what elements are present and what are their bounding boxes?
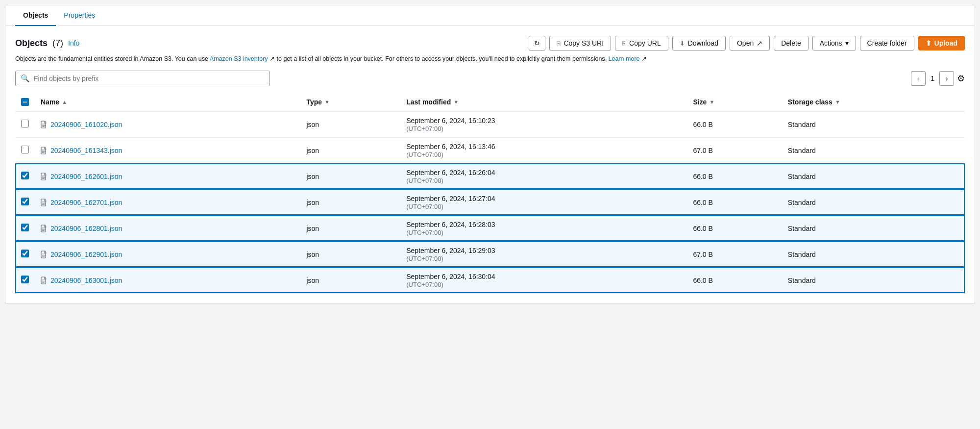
page-number: 1 [929,75,936,82]
type-cell: json [300,215,400,241]
file-icon [41,199,48,206]
size-sort-icon: ▼ [709,99,714,105]
row-checkbox[interactable] [21,146,29,153]
file-name-link[interactable]: 20240906_162601.json [50,173,122,180]
file-icon [41,277,48,284]
file-icon [41,251,48,258]
storage-class-cell: Standard [782,267,965,293]
copy-url-icon: ⎘ [622,40,626,47]
storage-class-cell: Standard [782,137,965,163]
select-all-header[interactable] [15,93,35,111]
svg-rect-9 [41,173,46,180]
storage-class-cell: Standard [782,241,965,267]
file-name-link[interactable]: 20240906_162801.json [50,225,122,232]
refresh-button[interactable]: ↻ [529,36,545,50]
inventory-link[interactable]: Amazon S3 inventory [210,55,268,62]
storage-class-cell: Standard [782,189,965,215]
prev-page-button[interactable]: ‹ [911,71,926,86]
next-page-button[interactable]: › [939,71,954,86]
size-cell: 66.0 B [687,163,782,189]
name-cell: 20240906_162701.json [35,189,300,215]
table-row: 20240906_161343.jsonjsonSeptember 6, 202… [15,137,965,163]
download-button[interactable]: ⬇ Download [672,36,726,50]
file-name-link[interactable]: 20240906_163001.json [50,277,122,284]
name-cell: 20240906_163001.json [35,267,300,293]
search-box: 🔍 [15,71,270,86]
objects-table: Name ▲ Type ▼ Last modified ▼ [15,93,965,294]
name-column-header[interactable]: Name ▲ [35,93,300,111]
table-row: 20240906_162701.jsonjsonSeptember 6, 202… [15,189,965,215]
table-row: 20240906_163001.jsonjsonSeptember 6, 202… [15,267,965,293]
svg-rect-0 [23,101,27,102]
size-cell: 66.0 B [687,215,782,241]
table-row: 20240906_161020.jsonjsonSeptember 6, 202… [15,111,965,138]
actions-button[interactable]: Actions ▾ [812,36,856,50]
svg-rect-13 [41,199,46,206]
table-row: 20240906_162801.jsonjsonSeptember 6, 202… [15,215,965,241]
row-checkbox[interactable] [21,224,29,231]
table-settings-button[interactable]: ⚙ [957,73,965,84]
row-checkbox[interactable] [21,198,29,205]
search-icon: 🔍 [21,74,30,83]
row-checkbox[interactable] [21,120,29,127]
toolbar-buttons: ↻ ⎘ Copy S3 URI ⎘ Copy URL ⬇ Download Op… [529,36,965,50]
type-sort-icon: ▼ [324,99,330,105]
content-area: Objects (7) Info ↻ ⎘ Copy S3 URI ⎘ Copy … [5,26,975,303]
type-cell: json [300,189,400,215]
search-input[interactable] [34,75,265,82]
file-name-link[interactable]: 20240906_161020.json [50,121,122,128]
size-column-header[interactable]: Size ▼ [687,93,782,111]
info-link[interactable]: Info [68,39,79,47]
svg-rect-5 [41,147,46,154]
name-cell: 20240906_161343.json [35,137,300,163]
type-cell: json [300,163,400,189]
copy-s3-uri-button[interactable]: ⎘ Copy S3 URI [549,36,611,50]
file-icon [41,225,48,232]
file-icon [41,173,48,180]
learn-more-link[interactable]: Learn more [609,55,640,62]
storage-class-sort-icon: ▼ [835,99,840,105]
external-link-icon: ↗ [757,39,762,47]
type-cell: json [300,137,400,163]
file-icon [41,121,48,128]
download-icon: ⬇ [680,40,685,47]
row-checkbox[interactable] [21,172,29,179]
last-modified-cell: September 6, 2024, 16:26:04(UTC+07:00) [400,163,687,189]
copy-s3-uri-icon: ⎘ [557,40,561,47]
storage-class-cell: Standard [782,215,965,241]
size-cell: 66.0 B [687,267,782,293]
svg-rect-1 [41,121,46,128]
storage-class-column-header[interactable]: Storage class ▼ [782,93,965,111]
last-modified-cell: September 6, 2024, 16:10:23(UTC+07:00) [400,111,687,138]
last-modified-column-header[interactable]: Last modified ▼ [400,93,687,111]
last-modified-cell: September 6, 2024, 16:28:03(UTC+07:00) [400,215,687,241]
refresh-icon: ↻ [534,39,540,47]
upload-button[interactable]: ⬆ Upload [918,36,965,50]
table-header-row: Name ▲ Type ▼ Last modified ▼ [15,93,965,111]
header-row: Objects (7) Info ↻ ⎘ Copy S3 URI ⎘ Copy … [15,36,965,50]
row-checkbox[interactable] [21,250,29,257]
size-cell: 66.0 B [687,189,782,215]
file-icon [41,147,48,154]
tab-objects[interactable]: Objects [15,5,56,26]
create-folder-button[interactable]: Create folder [860,36,914,50]
copy-url-button[interactable]: ⎘ Copy URL [615,36,668,50]
svg-rect-17 [41,225,46,232]
storage-class-cell: Standard [782,163,965,189]
learn-more-ext-icon: ↗ [640,55,647,62]
objects-count: (7) [52,38,63,49]
svg-rect-25 [41,277,46,284]
delete-button[interactable]: Delete [774,36,808,50]
file-name-link[interactable]: 20240906_162701.json [50,199,122,206]
file-name-link[interactable]: 20240906_161343.json [50,147,122,154]
select-all-checkbox[interactable] [21,98,29,106]
tab-properties[interactable]: Properties [56,5,103,26]
row-checkbox[interactable] [21,276,29,283]
file-name-link[interactable]: 20240906_162901.json [50,251,122,258]
name-cell: 20240906_162801.json [35,215,300,241]
last-modified-cell: September 6, 2024, 16:30:04(UTC+07:00) [400,267,687,293]
type-column-header[interactable]: Type ▼ [300,93,400,111]
table-body: 20240906_161020.jsonjsonSeptember 6, 202… [15,111,965,294]
main-container: Objects Properties Objects (7) Info ↻ ⎘ … [5,5,975,304]
open-button[interactable]: Open ↗ [730,36,770,50]
